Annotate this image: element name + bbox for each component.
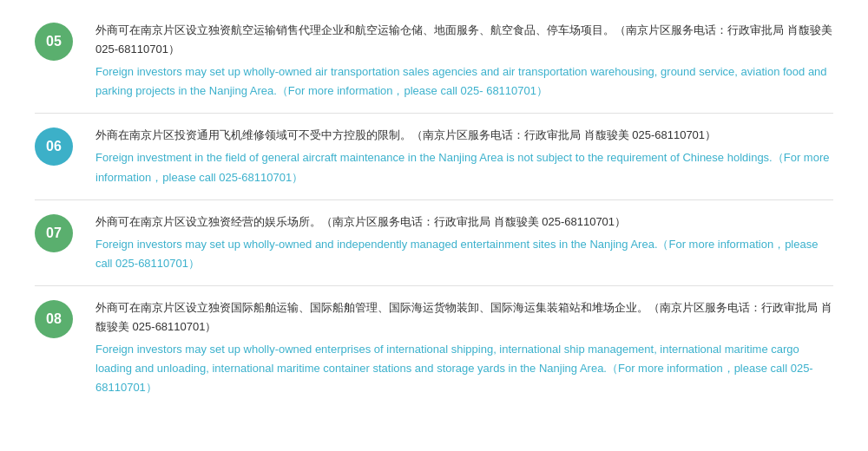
content-08: 外商可在南京片区设立独资国际船舶运输、国际船舶管理、国际海运货物装卸、国际海运集… <box>95 298 833 397</box>
content-05: 外商可在南京片区设立独资航空运输销售代理企业和航空运输仓储、地面服务、航空食品、… <box>95 21 833 101</box>
badge-wrap-05: 05 <box>35 21 80 61</box>
badge-05: 05 <box>35 23 73 61</box>
main-container: 05 外商可在南京片区设立独资航空运输销售代理企业和航空运输仓储、地面服务、航空… <box>0 0 868 418</box>
content-07: 外商可在南京片区设立独资经营的娱乐场所。（南京片区服务电话：行政审批局 肖馥骏美… <box>95 212 833 273</box>
chinese-text-05: 外商可在南京片区设立独资航空运输销售代理企业和航空运输仓储、地面服务、航空食品、… <box>95 21 833 59</box>
chinese-text-08: 外商可在南京片区设立独资国际船舶运输、国际船舶管理、国际海运货物装卸、国际海运集… <box>95 298 833 337</box>
english-text-07: Foreign investors may set up wholly-owne… <box>95 235 833 273</box>
badge-wrap-08: 08 <box>35 298 80 338</box>
list-item: 07 外商可在南京片区设立独资经营的娱乐场所。（南京片区服务电话：行政审批局 肖… <box>35 200 833 286</box>
badge-08: 08 <box>35 300 73 338</box>
list-item: 05 外商可在南京片区设立独资航空运输销售代理企业和航空运输仓储、地面服务、航空… <box>35 9 833 114</box>
english-text-08: Foreign investors may set up wholly-owne… <box>95 340 833 397</box>
list-item: 06 外商在南京片区投资通用飞机维修领域可不受中方控股的限制。（南京片区服务电话… <box>35 114 833 199</box>
english-text-05: Foreign investors may set up wholly-owne… <box>95 62 833 101</box>
chinese-text-06: 外商在南京片区投资通用飞机维修领域可不受中方控股的限制。（南京片区服务电话：行政… <box>95 126 833 145</box>
list-item: 08 外商可在南京片区设立独资国际船舶运输、国际船舶管理、国际海运货物装卸、国际… <box>35 286 833 409</box>
badge-wrap-07: 07 <box>35 212 80 252</box>
badge-07: 07 <box>35 214 73 252</box>
badge-06: 06 <box>35 127 73 166</box>
english-text-06: Foreign investment in the field of gener… <box>95 148 833 186</box>
content-06: 外商在南京片区投资通用飞机维修领域可不受中方控股的限制。（南京片区服务电话：行政… <box>95 126 833 186</box>
chinese-text-07: 外商可在南京片区设立独资经营的娱乐场所。（南京片区服务电话：行政审批局 肖馥骏美… <box>95 212 833 232</box>
badge-wrap-06: 06 <box>35 126 80 166</box>
